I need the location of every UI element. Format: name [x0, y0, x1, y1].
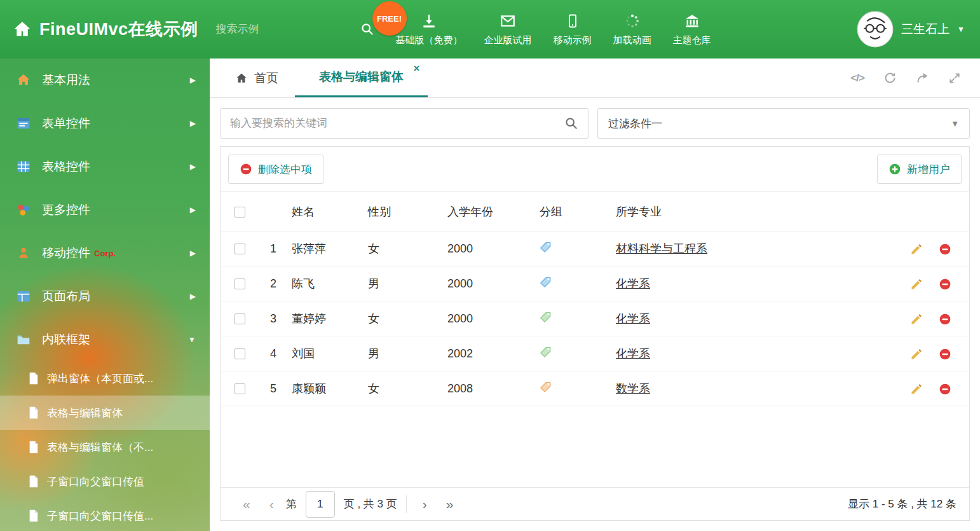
bank-icon — [683, 12, 701, 30]
sidebar-item-mobile-controls[interactable]: 移动控件 Corp. ▶ — [0, 231, 210, 275]
table-icon — [17, 160, 33, 174]
divider — [406, 495, 407, 513]
edit-icon[interactable] — [910, 383, 923, 396]
tab-grid-edit-window[interactable]: 表格与编辑窗体 × — [295, 59, 428, 97]
tag-icon — [540, 276, 552, 288]
main-content: 首页 表格与编辑窗体 × </> — [210, 59, 980, 531]
search-icon[interactable] — [564, 116, 578, 130]
tab-toolbar: </> — [850, 59, 980, 97]
home-icon — [235, 72, 248, 85]
home-icon — [13, 20, 32, 39]
prev-page-button[interactable]: ‹ — [260, 497, 283, 512]
search-icon[interactable] — [360, 22, 374, 36]
sidebar-item-basic-usage[interactable]: 基本用法 ▶ — [0, 59, 210, 102]
table-row: 4 刘国 男 2002 化学系 — [221, 336, 969, 371]
user-menu[interactable]: 三生石上 ▼ — [857, 11, 969, 48]
sidebar: 基本用法 ▶ 表单控件 ▶ 表格控件 ▶ 更多 — [0, 59, 210, 531]
table-header-row: 姓名 性别 入学年份 分组 所学专业 — [221, 192, 969, 231]
col-gender: 性别 — [368, 192, 447, 231]
nav-item-enterprise-trial[interactable]: 企业版试用 — [473, 0, 543, 59]
keyword-search-input[interactable] — [221, 117, 564, 130]
header-search — [216, 22, 350, 36]
tag-icon — [540, 311, 552, 323]
major-link[interactable]: 化学系 — [616, 312, 650, 325]
share-icon[interactable] — [916, 71, 929, 85]
nav-item-theme-repo[interactable]: 主题仓库 — [662, 0, 722, 59]
sidebar-subitem-grid-edit-window[interactable]: 表格与编辑窗体 — [0, 396, 210, 430]
row-checkbox[interactable] — [235, 314, 245, 324]
tag-icon — [540, 346, 552, 358]
chevron-right-icon: ▶ — [190, 162, 196, 171]
pagination-bar: « ‹ 第 页 , 共 3 页 › » 显示 1 - 5 条 , 共 12 条 — [221, 487, 969, 520]
delete-icon[interactable] — [939, 313, 951, 326]
tab-home[interactable]: 首页 — [219, 59, 295, 97]
delete-icon[interactable] — [939, 278, 951, 291]
minus-circle-icon — [240, 163, 252, 176]
refresh-icon[interactable] — [883, 71, 897, 85]
header-search-input[interactable] — [216, 23, 357, 36]
table-row: 2 陈飞 男 2000 化学系 — [221, 266, 969, 301]
major-link[interactable]: 化学系 — [616, 347, 650, 360]
sidebar-subitem-grid-edit-window-no[interactable]: 表格与编辑窗体（不... — [0, 430, 210, 464]
grid-toolbar: 删除选中项 新增用户 — [221, 147, 969, 191]
delete-icon[interactable] — [939, 383, 951, 396]
chevron-right-icon: ▶ — [190, 249, 196, 258]
sidebar-subitem-child-to-parent-2[interactable]: 子窗口向父窗口传值... — [0, 499, 210, 531]
row-checkbox[interactable] — [235, 244, 245, 254]
sidebar-subitem-popup-window[interactable]: 弹出窗体（本页面或... — [0, 361, 210, 396]
row-checkbox[interactable] — [235, 383, 245, 394]
close-icon[interactable]: × — [414, 64, 419, 74]
table-row: 1 张萍萍 女 2000 材料科学与工程系 — [221, 231, 969, 266]
tag-icon — [540, 241, 552, 253]
table-row: 3 董婷婷 女 2000 化学系 — [221, 301, 969, 336]
layout-icon — [17, 289, 33, 303]
envelope-icon — [499, 12, 517, 30]
edit-icon[interactable] — [910, 313, 923, 326]
tag-icon — [540, 381, 552, 393]
major-link[interactable]: 材料科学与工程系 — [616, 242, 707, 255]
filter-row: 过滤条件一 ▼ — [220, 108, 970, 139]
nav-item-loading-animations[interactable]: 加载动画 — [602, 0, 662, 59]
major-link[interactable]: 化学系 — [616, 277, 650, 290]
source-code-icon[interactable]: </> — [850, 72, 864, 85]
page-icon — [28, 406, 39, 419]
mobile-controls-icon — [17, 246, 33, 260]
row-checkbox[interactable] — [235, 348, 245, 359]
last-page-button[interactable]: » — [437, 497, 463, 512]
filter-dropdown[interactable]: 过滤条件一 ▼ — [597, 108, 970, 139]
mobile-icon — [565, 12, 580, 30]
plus-circle-icon — [888, 163, 901, 176]
first-page-button[interactable]: « — [233, 497, 260, 512]
data-grid: 姓名 性别 入学年份 分组 所学专业 1 张萍萍 — [221, 191, 969, 487]
sidebar-item-iframe[interactable]: 内联框架 ▼ — [0, 318, 210, 361]
caret-down-icon: ▼ — [957, 25, 965, 34]
nav-item-basic-edition[interactable]: FREE! 基础版（免费） — [385, 0, 473, 59]
home-icon — [17, 73, 33, 87]
expand-icon[interactable] — [948, 72, 961, 85]
next-page-button[interactable]: › — [413, 497, 437, 512]
edit-icon[interactable] — [910, 243, 923, 256]
sidebar-item-form-controls[interactable]: 表单控件 ▶ — [0, 102, 210, 145]
delete-icon[interactable] — [939, 243, 951, 256]
sidebar-item-more-controls[interactable]: 更多控件 ▶ — [0, 188, 210, 231]
major-link[interactable]: 数学系 — [616, 382, 650, 395]
col-year: 入学年份 — [447, 192, 540, 231]
add-user-button[interactable]: 新增用户 — [877, 155, 962, 184]
sidebar-subitem-child-to-parent[interactable]: 子窗口向父窗口传值 — [0, 464, 210, 499]
chevron-right-icon: ▶ — [190, 205, 196, 214]
keyword-search — [220, 108, 589, 139]
nav-item-mobile-demos[interactable]: 移动示例 — [543, 0, 602, 59]
sidebar-item-page-layout[interactable]: 页面布局 ▶ — [0, 275, 210, 318]
col-major: 所学专业 — [616, 192, 887, 231]
avatar — [857, 11, 894, 48]
edit-icon[interactable] — [910, 348, 923, 361]
page-number-input[interactable] — [306, 491, 335, 518]
edit-icon[interactable] — [910, 278, 923, 291]
delete-selected-button[interactable]: 删除选中项 — [228, 155, 323, 184]
sidebar-item-grid-controls[interactable]: 表格控件 ▶ — [0, 145, 210, 188]
filter-dropdown-value: 过滤条件一 — [608, 116, 662, 131]
row-checkbox[interactable] — [235, 279, 245, 289]
free-badge: FREE! — [372, 1, 407, 36]
select-all-checkbox[interactable] — [235, 207, 245, 217]
delete-icon[interactable] — [939, 348, 951, 361]
